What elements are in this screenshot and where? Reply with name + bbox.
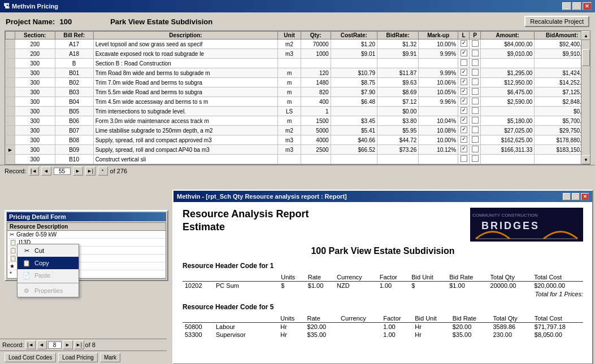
- table-row[interactable]: 200A17Level topsoil and sow grass seed a…: [6, 40, 590, 49]
- row-p-check[interactable]: [470, 155, 481, 164]
- checkbox-l[interactable]: [461, 50, 467, 56]
- checkbox-p[interactable]: [472, 69, 479, 76]
- row-costrate[interactable]: $66.52: [331, 145, 377, 155]
- row-unit[interactable]: m3: [278, 135, 301, 145]
- table-row[interactable]: 300B08Supply, spread, roll and compact a…: [6, 135, 590, 145]
- row-amount[interactable]: $5,180.00: [481, 116, 535, 126]
- row-p-check[interactable]: [470, 126, 481, 135]
- checkbox-l[interactable]: [461, 69, 467, 76]
- context-menu-properties[interactable]: ⚙ Properties: [18, 284, 79, 297]
- row-costrate[interactable]: [331, 107, 377, 116]
- row-description[interactable]: Trim Road 8m wide and berms to subgrade …: [93, 68, 278, 78]
- load-cost-codes-button[interactable]: Load Cost Codes: [5, 353, 56, 362]
- row-markup[interactable]: 10.06%: [419, 78, 458, 87]
- row-p-check[interactable]: [470, 49, 481, 59]
- row-markup[interactable]: [419, 59, 458, 68]
- row-l-check[interactable]: [458, 40, 470, 49]
- row-p-check[interactable]: [470, 107, 481, 116]
- checkbox-p[interactable]: [472, 155, 479, 162]
- row-p-check[interactable]: [470, 68, 481, 78]
- row-costrate[interactable]: $1.20: [331, 40, 377, 49]
- table-row[interactable]: 300B07Lime stabilise subgrade to 250mm d…: [6, 126, 590, 135]
- row-section[interactable]: 300: [15, 87, 55, 97]
- checkbox-p[interactable]: [472, 107, 479, 114]
- row-amount[interactable]: [481, 107, 535, 116]
- row-amount[interactable]: $166,311.33: [481, 145, 535, 155]
- checkbox-l[interactable]: [461, 146, 467, 152]
- maximize-button[interactable]: □: [572, 2, 581, 10]
- nav-first[interactable]: |◄: [29, 166, 39, 176]
- pricing-nav-last[interactable]: ►|: [74, 340, 84, 349]
- table-row[interactable]: 300BSection B : Road Construction: [6, 59, 590, 68]
- row-section[interactable]: 300: [15, 107, 55, 116]
- row-amount[interactable]: $6,475.00: [481, 87, 535, 97]
- row-costrate[interactable]: $7.90: [331, 87, 377, 97]
- minimize-button[interactable]: _: [562, 2, 571, 10]
- report-minimize[interactable]: _: [563, 193, 571, 200]
- checkbox-p[interactable]: [472, 50, 479, 56]
- row-section[interactable]: 300: [15, 59, 55, 68]
- row-bidrate[interactable]: [377, 155, 419, 164]
- row-description[interactable]: Supply, spread, roll and compact AP40 ba…: [93, 145, 278, 155]
- row-unit[interactable]: [278, 155, 301, 164]
- pricing-row-1[interactable]: ✂ Grader 0-59 kW: [7, 231, 166, 239]
- vertical-scrollbar[interactable]: ▲ ▼: [581, 31, 590, 164]
- nav-new[interactable]: *: [98, 166, 108, 176]
- row-billref[interactable]: A18: [55, 49, 93, 59]
- row-unit[interactable]: m2: [278, 40, 301, 49]
- row-section[interactable]: 300: [15, 97, 55, 107]
- row-amount[interactable]: $162,625.00: [481, 135, 535, 145]
- table-row[interactable]: 300B06Form 3.0m wide maintenance access …: [6, 116, 590, 126]
- row-amount[interactable]: $12,950.00: [481, 78, 535, 87]
- checkbox-l[interactable]: [461, 107, 467, 114]
- row-l-check[interactable]: [458, 68, 470, 78]
- row-qty[interactable]: 400: [301, 97, 331, 107]
- row-description[interactable]: Trim 5.5m wide Road and berms to subgra: [93, 87, 278, 97]
- context-menu-cut[interactable]: ✂ Cut: [18, 244, 79, 257]
- row-p-check[interactable]: [470, 97, 481, 107]
- table-row[interactable]: 300B04Trim 4.5m wide accessway and berms…: [6, 97, 590, 107]
- row-description[interactable]: Trim intersections to subgrade level.: [93, 107, 278, 116]
- row-p-check[interactable]: [470, 116, 481, 126]
- row-description[interactable]: Excavate exposed rock to road subgrade l…: [93, 49, 278, 59]
- checkbox-l[interactable]: [461, 117, 467, 124]
- row-qty[interactable]: [301, 59, 331, 68]
- row-unit[interactable]: LS: [278, 107, 301, 116]
- row-costrate[interactable]: $3.45: [331, 116, 377, 126]
- row-p-check[interactable]: [470, 59, 481, 68]
- row-qty[interactable]: 5000: [301, 126, 331, 135]
- row-billref[interactable]: B10: [55, 155, 93, 164]
- row-description[interactable]: Lime stabilise subgrade to 250mm depth, …: [93, 126, 278, 135]
- row-l-check[interactable]: [458, 97, 470, 107]
- row-section[interactable]: 200: [15, 40, 55, 49]
- scroll-thumb[interactable]: [582, 49, 590, 66]
- checkbox-l[interactable]: [461, 155, 467, 162]
- row-billref[interactable]: B08: [55, 135, 93, 145]
- row-markup[interactable]: 10.12%: [419, 145, 458, 155]
- pricing-nav-prev[interactable]: ◄: [37, 340, 47, 349]
- table-row[interactable]: 300B02Trim 7.0m wide Road and berms to s…: [6, 78, 590, 87]
- mark-button[interactable]: Mark: [100, 353, 120, 362]
- nav-last[interactable]: ►|: [85, 166, 95, 176]
- row-l-check[interactable]: [458, 126, 470, 135]
- row-billref[interactable]: B05: [55, 107, 93, 116]
- row-amount[interactable]: $1,295.00: [481, 68, 535, 78]
- row-unit[interactable]: m3: [278, 145, 301, 155]
- row-billref[interactable]: B04: [55, 97, 93, 107]
- row-description[interactable]: Construct vertical sli: [93, 155, 278, 164]
- row-bidrate[interactable]: $8.69: [377, 87, 419, 97]
- checkbox-l[interactable]: [461, 98, 467, 104]
- row-markup[interactable]: 10.08%: [419, 126, 458, 135]
- checkbox-p[interactable]: [472, 146, 479, 152]
- row-amount[interactable]: $9,010.00: [481, 49, 535, 59]
- row-qty[interactable]: 1: [301, 107, 331, 116]
- record-number-input[interactable]: [54, 168, 71, 175]
- row-qty[interactable]: 1500: [301, 116, 331, 126]
- row-qty[interactable]: 120: [301, 68, 331, 78]
- row-markup[interactable]: 10.00%: [419, 135, 458, 145]
- row-billref[interactable]: B01: [55, 68, 93, 78]
- row-bidrate[interactable]: $1.32: [377, 40, 419, 49]
- row-markup[interactable]: 10.05%: [419, 87, 458, 97]
- row-section[interactable]: 300: [15, 68, 55, 78]
- row-costrate[interactable]: [331, 59, 377, 68]
